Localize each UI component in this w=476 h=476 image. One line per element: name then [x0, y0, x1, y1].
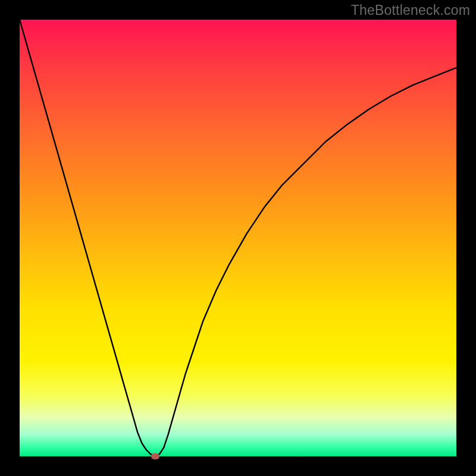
watermark-text: TheBottleneck.com [351, 2, 470, 18]
chart-frame: TheBottleneck.com [0, 0, 476, 476]
bottleneck-curve [20, 20, 456, 456]
optimum-marker [151, 453, 159, 459]
chart-plot-area [20, 20, 456, 456]
